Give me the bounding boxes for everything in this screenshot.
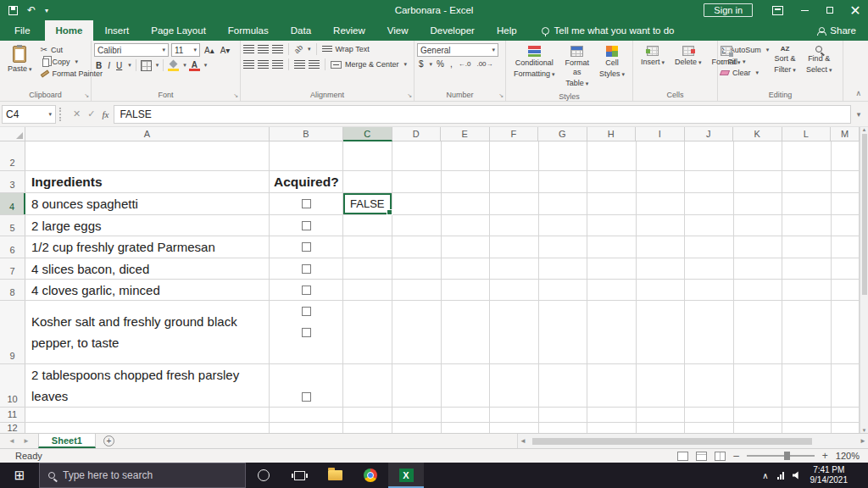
format-as-table-button[interactable]: Format as Table▾ [560,43,595,91]
scroll-up-icon[interactable]: ▲ [862,127,867,132]
cell-B2[interactable] [270,141,343,170]
column-header-A[interactable]: A [25,127,270,141]
orientation-icon[interactable]: ab [292,43,304,55]
cells-D4-M4[interactable] [392,193,860,214]
file-explorer-button[interactable] [317,463,353,488]
column-header-B[interactable]: B [270,127,343,141]
formula-bar-input[interactable]: FALSE [114,105,851,124]
cells-D8-M8[interactable] [392,280,860,300]
comma-button[interactable]: , [448,59,454,69]
undo-icon[interactable]: ↶ [27,5,36,15]
currency-button[interactable]: $ [417,59,426,69]
decrease-decimal-button[interactable]: .00→ [475,60,494,68]
align-top-icon[interactable] [243,45,254,53]
row-header-4[interactable]: 4 [0,193,25,214]
name-box-splitter[interactable] [59,108,64,121]
checkbox-eggs[interactable] [302,221,311,230]
cells-D7-M7[interactable] [392,258,860,279]
font-color-dropdown[interactable]: ▾ [204,62,208,69]
number-dialog-launcher[interactable]: ↘ [498,92,504,99]
sort-filter-button[interactable]: AZ Sort & Filter▾ [769,43,801,77]
align-left-icon[interactable] [243,60,254,69]
customize-quick-access-icon[interactable]: ▾ [45,7,48,14]
cell-C10[interactable] [343,364,392,407]
cell-C4-selected[interactable]: FALSE [343,193,392,214]
align-bottom-icon[interactable] [272,45,283,53]
cell-A9[interactable]: Kosher salt and freshly ground black pep… [25,301,270,363]
select-all-corner[interactable] [0,127,25,141]
cortana-button[interactable] [246,463,281,488]
cell-A6[interactable]: 1/2 cup freshly grated Parmesan [25,236,270,258]
find-select-button[interactable]: Find & Select▾ [801,43,837,77]
row-header-11[interactable]: 11 [0,408,25,422]
cell-A11[interactable] [25,408,270,422]
sheet-tab-sheet1[interactable]: Sheet1 [38,434,96,448]
row-header-2[interactable]: 2 [0,141,25,170]
zoom-slider[interactable] [747,455,815,457]
cell-C5[interactable] [343,215,392,236]
expand-formula-bar-icon[interactable]: ▾ [851,110,866,119]
ribbon-display-options-button[interactable] [766,0,792,20]
scroll-left-icon[interactable]: ◄ [520,437,526,445]
maximize-button[interactable] [817,0,843,20]
minimize-button[interactable] [792,0,817,20]
delete-cells-button[interactable]: Delete▾ [670,43,707,69]
new-sheet-button[interactable]: + [103,435,114,446]
grow-font-button[interactable]: A▴ [203,46,216,55]
cell-B12[interactable] [270,423,343,433]
clear-button[interactable]: Clear▾ [721,69,769,77]
italic-button[interactable]: I [106,61,112,70]
decrease-indent-icon[interactable] [294,60,305,69]
cell-A4[interactable]: 8 ounces spaghetti [25,193,270,214]
fill-color-icon[interactable] [168,60,179,71]
cells-D3-M3[interactable] [392,171,860,192]
merge-center-button[interactable]: Merge & Center▾ [331,60,407,69]
sign-in-button[interactable]: Sign in [704,3,753,17]
column-header-J[interactable]: J [685,127,734,141]
cell-B3[interactable]: Acquired? [270,171,343,192]
tray-chevron-icon[interactable]: ∧ [762,471,768,480]
tab-file[interactable]: File [0,20,45,41]
percent-button[interactable]: % [435,59,446,69]
normal-view-icon[interactable] [677,452,688,461]
row-header-3[interactable]: 3 [0,171,25,192]
number-format-select[interactable]: General▾ [417,43,498,57]
cell-A5[interactable]: 2 large eggs [25,215,270,236]
checkbox-spaghetti[interactable] [302,199,311,208]
cells-D12-M12[interactable] [392,423,860,433]
vertical-scrollbar[interactable]: ▲ ▼ [860,127,868,433]
collapse-ribbon-icon[interactable]: ∧ [855,89,861,97]
column-header-F[interactable]: F [490,127,539,141]
row-header-6[interactable]: 6 [0,236,25,258]
cell-B6[interactable] [270,236,343,258]
underline-button[interactable]: U [114,61,124,70]
cancel-icon[interactable]: ✕ [73,108,81,119]
cell-C12[interactable] [343,423,392,433]
scroll-right-icon[interactable]: ► [860,437,866,445]
wrap-text-button[interactable]: Wrap Text [322,45,370,53]
borders-icon[interactable] [141,60,152,71]
tab-help[interactable]: Help [486,20,528,41]
fill-color-dropdown[interactable]: ▾ [183,62,186,69]
cell-A7[interactable]: 4 slices bacon, diced [25,258,270,279]
column-header-G[interactable]: G [538,127,587,141]
align-middle-icon[interactable] [258,45,269,53]
enter-icon[interactable]: ✓ [87,108,95,119]
font-size-select[interactable]: 11▾ [171,43,200,57]
cell-A2[interactable] [25,141,270,170]
page-layout-view-icon[interactable] [696,452,707,461]
insert-cells-button[interactable]: Insert▾ [636,43,670,69]
cell-B11[interactable] [270,408,343,422]
row-header-12[interactable]: 12 [0,423,25,433]
checkbox-salt[interactable] [302,307,311,316]
cell-styles-button[interactable]: Cell Styles▾ [594,43,630,81]
cell-B7[interactable] [270,258,343,279]
zoom-level[interactable]: 120% [836,451,860,461]
excel-taskbar-button[interactable]: X [388,463,424,488]
cell-C2[interactable] [343,141,392,170]
tab-developer[interactable]: Developer [420,20,486,41]
row-header-7[interactable]: 7 [0,258,25,279]
column-header-M[interactable]: M [831,127,860,141]
tab-home[interactable]: Home [45,20,94,41]
checkbox-parmesan[interactable] [302,242,311,252]
